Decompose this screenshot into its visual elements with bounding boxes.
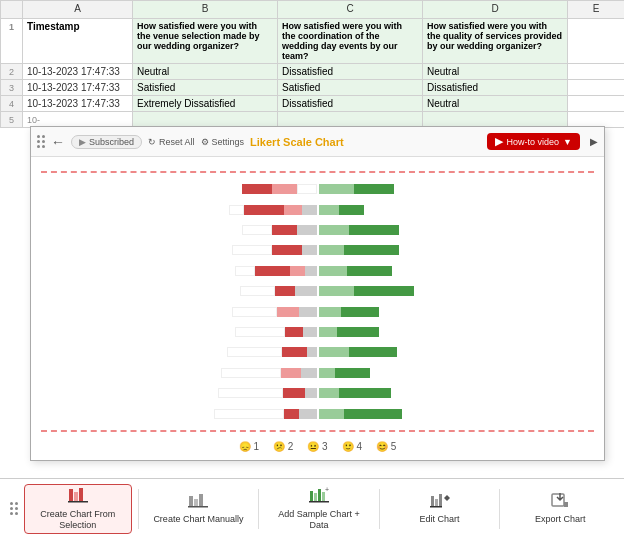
add-sample-button[interactable]: + Add Sample Chart + Data — [265, 484, 373, 534]
bar-green-dark — [339, 388, 391, 398]
bar-green-light — [319, 388, 339, 398]
cell-d1[interactable]: How satisfied were you with the quality … — [423, 19, 568, 64]
create-manually-label: Create Chart Manually — [153, 514, 243, 525]
cell-d4[interactable]: Neutral — [423, 96, 568, 112]
drag-handle[interactable] — [37, 135, 45, 148]
bar-white — [232, 307, 277, 317]
bar-green-light — [319, 307, 341, 317]
chart-bar-row-9 — [41, 345, 594, 359]
col-header-d[interactable]: D — [423, 1, 568, 19]
bar-gray — [295, 286, 317, 296]
svg-rect-16 — [439, 494, 442, 506]
svg-rect-2 — [79, 488, 83, 501]
dashed-line-top — [41, 171, 594, 173]
cell-c2[interactable]: Dissatisfied — [278, 64, 423, 80]
dashed-line-bottom — [41, 430, 594, 432]
chart-bar-row-7 — [41, 305, 594, 319]
create-chart-icon — [68, 487, 88, 506]
howto-button[interactable]: ▶ How-to video ▼ — [487, 133, 580, 150]
bar-white — [235, 327, 285, 337]
collapse-arrow[interactable]: ▶ — [590, 136, 598, 147]
bar-green-dark — [344, 245, 399, 255]
reset-button[interactable]: ↻ Reset All — [148, 137, 195, 147]
bar-white — [218, 388, 283, 398]
bar-white — [240, 286, 275, 296]
divider-4 — [499, 489, 500, 529]
cell-d3[interactable]: Dissatisfied — [423, 80, 568, 96]
main-container: A B C D E 1 Timestamp How satisfied were… — [0, 0, 624, 538]
cell-c4[interactable]: Dissatisfied — [278, 96, 423, 112]
column-header-row: A B C D E — [1, 1, 625, 19]
cell-b4[interactable]: Extremely Dissatisfied — [133, 96, 278, 112]
svg-rect-1 — [74, 492, 78, 501]
chart-bar-row-5 — [41, 264, 594, 278]
divider-2 — [258, 489, 259, 529]
cell-a4[interactable]: 10-13-2023 17:47:33 — [23, 96, 133, 112]
bar-green-dark — [339, 205, 364, 215]
row-num-2: 2 — [1, 64, 23, 80]
data-row-4: 4 10-13-2023 17:47:33 Extremely Dissatis… — [1, 96, 625, 112]
bar-green-dark — [341, 307, 379, 317]
settings-icon: ⚙ — [201, 137, 209, 147]
cell-b3[interactable]: Satisfied — [133, 80, 278, 96]
cell-b1[interactable]: How satisfied were you with the venue se… — [133, 19, 278, 64]
svg-rect-0 — [69, 489, 73, 501]
svg-rect-4 — [189, 496, 193, 506]
cell-a2[interactable]: 10-13-2023 17:47:33 — [23, 64, 133, 80]
cell-b2[interactable]: Neutral — [133, 64, 278, 80]
bar-green-dark — [347, 266, 392, 276]
svg-rect-6 — [199, 494, 203, 506]
svg-rect-17 — [430, 506, 442, 508]
svg-rect-15 — [435, 499, 438, 506]
bar-green-light — [319, 184, 354, 194]
col-header-c[interactable]: C — [278, 1, 423, 19]
chart-bar-row-11 — [41, 386, 594, 400]
cell-e2 — [568, 64, 625, 80]
bar-white — [297, 184, 317, 194]
spreadsheet: A B C D E 1 Timestamp How satisfied were… — [0, 0, 624, 128]
cell-c3[interactable]: Satisfied — [278, 80, 423, 96]
bar-white — [232, 245, 272, 255]
bar-green-light — [319, 205, 339, 215]
divider-3 — [379, 489, 380, 529]
bar-red-dark — [285, 327, 303, 337]
chevron-down-icon: ▼ — [563, 137, 572, 147]
export-chart-label: Export Chart — [535, 514, 586, 525]
bottom-toolbar: Create Chart From Selection Create Chart… — [0, 478, 624, 538]
col-header-a[interactable]: A — [23, 1, 133, 19]
bar-gray — [299, 409, 317, 419]
svg-rect-7 — [188, 506, 208, 508]
create-chart-button[interactable]: Create Chart From Selection — [24, 484, 132, 534]
settings-button[interactable]: ⚙ Settings — [201, 137, 245, 147]
bar-green-dark — [349, 347, 397, 357]
chart-bar-row-4 — [41, 243, 594, 257]
col-header-e[interactable]: E — [568, 1, 625, 19]
emoji-4: 🙂 4 — [342, 441, 362, 452]
add-sample-icon: + — [309, 487, 329, 506]
cell-c1[interactable]: How satisfied were you with the coordina… — [278, 19, 423, 64]
bottom-drag-handle[interactable] — [10, 502, 18, 515]
bar-white — [229, 205, 244, 215]
bar-green-dark — [354, 184, 394, 194]
bar-white — [221, 368, 281, 378]
cell-a1[interactable]: Timestamp — [23, 19, 133, 64]
svg-rect-5 — [194, 499, 198, 506]
chart-bar-row-3 — [41, 223, 594, 237]
row-num-1: 1 — [1, 19, 23, 64]
bar-gray — [303, 327, 317, 337]
cell-a3[interactable]: 10-13-2023 17:47:33 — [23, 80, 133, 96]
edit-chart-button[interactable]: Edit Chart — [386, 484, 494, 534]
create-chart-label: Create Chart From Selection — [29, 509, 127, 531]
chart-bar-row-10 — [41, 366, 594, 380]
chart-bar-row-12 — [41, 407, 594, 421]
cell-d2[interactable]: Neutral — [423, 64, 568, 80]
emoji-3: 😐 3 — [307, 441, 327, 452]
corner-cell — [1, 1, 23, 19]
export-chart-button[interactable]: Export Chart — [506, 484, 614, 534]
bar-green-light — [319, 347, 349, 357]
col-header-b[interactable]: B — [133, 1, 278, 19]
create-manually-button[interactable]: Create Chart Manually — [145, 484, 253, 534]
svg-rect-14 — [431, 496, 434, 506]
subscribed-badge[interactable]: ▶ Subscribed — [71, 135, 142, 149]
back-button[interactable]: ← — [51, 134, 65, 150]
